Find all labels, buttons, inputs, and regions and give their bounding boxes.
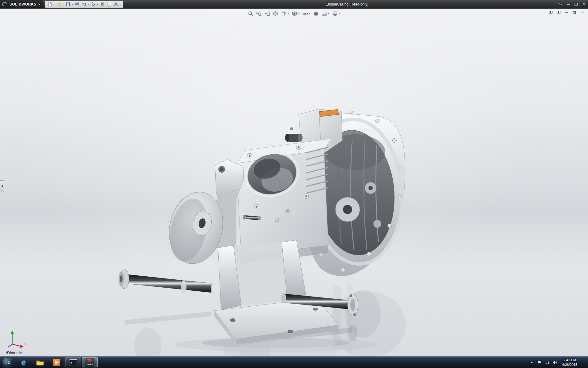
taskbar-media-player[interactable] xyxy=(49,357,65,367)
open-document-button[interactable] xyxy=(56,1,65,7)
view-orientation-dropdown[interactable] xyxy=(287,13,289,14)
help-button[interactable]: ? xyxy=(556,0,564,8)
volume-icon xyxy=(552,360,557,365)
left-shaft[interactable] xyxy=(119,269,211,294)
save-icon xyxy=(66,2,71,7)
coordinate-triad: x xyxy=(6,329,27,349)
view-settings-dropdown[interactable] xyxy=(338,13,340,14)
maximize-button[interactable] xyxy=(572,0,580,8)
file-properties-button[interactable] xyxy=(106,1,112,7)
case-bolt xyxy=(286,209,289,213)
new-document-button[interactable] xyxy=(47,1,55,7)
case-bolt xyxy=(275,218,279,222)
doc-minimize-button[interactable] xyxy=(564,10,570,15)
doc-restore-button[interactable] xyxy=(571,10,578,15)
taskbar-windows-explorer[interactable] xyxy=(32,357,48,367)
volume-button[interactable] xyxy=(552,357,557,368)
view-settings-icon xyxy=(332,11,338,17)
view-settings-button[interactable] xyxy=(331,10,341,17)
taskbar: e xyxy=(0,356,588,368)
taskbar-clock[interactable]: 2:41 PM 6/26/2015 xyxy=(560,358,580,367)
apply-scene-dropdown[interactable] xyxy=(328,13,330,14)
doc-close-icon: × xyxy=(581,10,583,14)
apply-scene-icon xyxy=(321,11,327,17)
options-button[interactable] xyxy=(113,1,122,7)
command-prompt-icon xyxy=(69,359,77,366)
doc-close-button[interactable]: × xyxy=(579,10,586,15)
taskbar-internet-explorer[interactable]: e xyxy=(16,357,32,367)
view-orientation-icon xyxy=(281,11,287,17)
save-dropdown[interactable] xyxy=(71,4,73,5)
clock-time: 2:41 PM xyxy=(564,358,576,362)
toggle-right-pane-button[interactable] xyxy=(556,10,562,15)
previous-view-button[interactable] xyxy=(264,10,271,17)
solidworks-version-badge: 2015 xyxy=(87,363,93,366)
start-orb-icon xyxy=(3,357,13,367)
section-view-button[interactable] xyxy=(272,10,279,17)
select-dropdown[interactable] xyxy=(96,4,98,5)
print-button[interactable] xyxy=(74,1,81,7)
open-document-dropdown[interactable] xyxy=(62,4,64,5)
options-gear-icon xyxy=(113,2,119,7)
previous-view-icon xyxy=(264,11,270,17)
view-orientation-label: *Dimetric xyxy=(6,351,22,355)
clock-date: 6/26/2015 xyxy=(562,362,577,367)
titlebar: SOLIDWORKS xyxy=(0,0,588,9)
undo-button[interactable] xyxy=(81,1,90,7)
network-button[interactable] xyxy=(545,357,549,368)
desktop: SOLIDWORKS xyxy=(0,0,588,368)
window-title: EngineCasing [Read-only] xyxy=(326,2,368,6)
toggle-left-pane-button[interactable] xyxy=(548,10,554,15)
zoom-to-fit-button[interactable] xyxy=(247,10,254,17)
folder-icon xyxy=(36,359,44,366)
doc-minimize-icon xyxy=(565,12,568,13)
display-style-button[interactable] xyxy=(291,10,300,17)
svg-text:x: x xyxy=(24,343,26,346)
engine-casing-model[interactable] xyxy=(0,9,588,356)
apply-scene-button[interactable] xyxy=(321,10,330,17)
menu-expand-icon[interactable] xyxy=(39,3,40,6)
new-document-icon xyxy=(47,2,52,7)
select-cursor-icon xyxy=(91,2,96,7)
splitter-arrow-icon xyxy=(1,185,3,188)
undo-dropdown[interactable] xyxy=(87,4,89,5)
media-player-icon xyxy=(53,358,61,366)
minimize-button[interactable] xyxy=(564,0,572,8)
hide-show-items-dropdown[interactable] xyxy=(309,13,311,14)
view-orientation-button[interactable] xyxy=(280,10,290,17)
select-button[interactable] xyxy=(90,1,99,7)
app-menu[interactable]: SOLIDWORKS xyxy=(0,0,43,8)
rebuild-icon xyxy=(100,2,105,7)
viewport-canvas[interactable]: × x *Dimetric xyxy=(0,9,588,356)
zoom-to-fit-icon xyxy=(248,11,254,17)
display-style-icon xyxy=(292,11,297,17)
close-icon: × xyxy=(583,2,585,6)
help-dropdown[interactable] xyxy=(561,4,563,5)
document-window-controls: × xyxy=(548,10,586,15)
display-style-dropdown[interactable] xyxy=(298,13,300,14)
edit-appearance-ball-icon xyxy=(313,11,319,17)
close-button[interactable]: × xyxy=(580,0,588,8)
start-button[interactable] xyxy=(0,357,15,368)
section-view-icon xyxy=(273,11,278,17)
action-center-button[interactable] xyxy=(537,357,542,368)
hidden-icons-arrow-icon xyxy=(530,362,533,363)
window-controls: ? × xyxy=(556,0,588,8)
zoom-to-area-button[interactable] xyxy=(255,10,262,17)
taskbar-command-prompt[interactable] xyxy=(65,357,81,367)
taskbar-solidworks-2015[interactable]: 2015 xyxy=(82,357,98,367)
edit-appearance-button[interactable] xyxy=(312,10,319,17)
quick-access-toolbar xyxy=(45,1,123,8)
hide-show-items-button[interactable] xyxy=(302,10,311,17)
undo-icon xyxy=(81,2,87,7)
doc-restore-icon xyxy=(573,11,576,14)
options-dropdown[interactable] xyxy=(119,4,121,5)
hidden-icons-button[interactable] xyxy=(529,357,534,368)
print-icon xyxy=(75,2,80,7)
solidworks-app-icon: 2015 xyxy=(85,358,94,367)
new-document-dropdown[interactable] xyxy=(53,4,55,5)
rebuild-button[interactable] xyxy=(99,1,106,7)
save-button[interactable] xyxy=(65,1,74,7)
feature-manager-splitter[interactable] xyxy=(0,180,4,192)
internet-explorer-icon: e xyxy=(21,358,26,366)
